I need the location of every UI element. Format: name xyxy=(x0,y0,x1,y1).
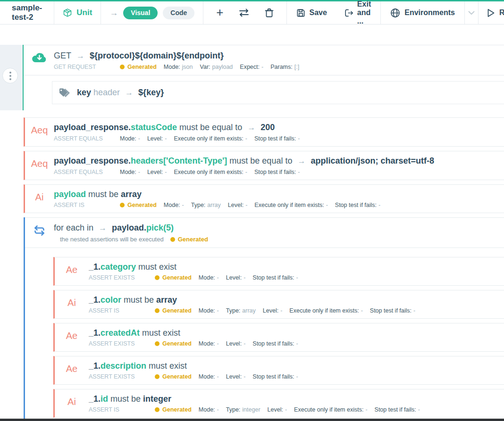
component-rail xyxy=(0,45,24,110)
component-kind-label: ASSERT EXISTS xyxy=(89,373,148,380)
request-title: GET→${protocol}${domain}${endpoint} xyxy=(54,50,504,62)
generated-dot-icon xyxy=(155,275,160,280)
generated-dot-icon xyxy=(120,65,125,69)
assertion-title: payload must be array xyxy=(54,188,504,200)
assertion-meta-row: ASSERT EXISTS Generated Mode:-Level:-Sto… xyxy=(89,340,504,347)
window-bottom-edge xyxy=(0,419,504,421)
environments-label: Environments xyxy=(404,8,455,17)
test-name: sample-test-2 xyxy=(0,1,54,24)
component-kind-label: ASSERT EXISTS xyxy=(89,340,148,347)
delete-button[interactable] xyxy=(265,8,274,18)
for-each-title: for each in→payload.pick(5) xyxy=(54,222,504,234)
save-button[interactable]: Save xyxy=(296,8,327,17)
assertion-meta-row: ASSERT IS Generated Mode:-Type:arrayLeve… xyxy=(89,307,504,314)
code-tab[interactable]: Code xyxy=(163,7,194,19)
environments-expand-button[interactable] xyxy=(465,1,479,24)
for-each-subtitle-row: the nested assertions will be executed G… xyxy=(60,236,504,243)
assertion-title: _1.id must be integer xyxy=(89,393,504,405)
request-meta-row: GET REQUEST Generated Mode:jsonVar:paylo… xyxy=(54,64,504,70)
nested-assertions: Ae _1.category must exist ASSERT EXISTS … xyxy=(53,257,504,421)
assertion-meta: Mode:-Type:arrayLevel:-Execute only if i… xyxy=(199,307,415,314)
environments-button[interactable]: Environments xyxy=(381,1,465,24)
tag-icon xyxy=(52,88,77,98)
generated-badge: Generated xyxy=(155,373,192,380)
assertion-block[interactable]: Ae _1.category must exist ASSERT EXISTS … xyxy=(53,257,504,286)
assert-exists-badge: Ae xyxy=(55,261,89,281)
assert-is-badge: Ai xyxy=(55,294,89,314)
visual-tab[interactable]: Visual xyxy=(123,7,158,19)
component-kind-label: ASSERT IS xyxy=(54,202,113,208)
assertion-block[interactable]: Ai _1.id must be integer ASSERT IS Gener… xyxy=(53,389,504,418)
assert-exists-badge: Ae xyxy=(55,360,89,380)
for-each-row[interactable]: for each in→payload.pick(5) the nested a… xyxy=(25,217,504,248)
cloud-download-icon xyxy=(24,50,54,70)
add-component-button[interactable]: + xyxy=(216,6,223,18)
toolbar: sample-test-2 Unit → Visual Code + xyxy=(0,0,504,25)
get-request-row[interactable]: GET→${protocol}${domain}${endpoint} GET … xyxy=(24,50,504,75)
assertion-block[interactable]: Aeq payload_response.headers['Content-Ty… xyxy=(24,151,504,180)
generated-badge: Generated xyxy=(155,274,192,281)
component-kind-label: ASSERT EQUALS xyxy=(54,169,113,175)
get-request-card: GET→${protocol}${domain}${endpoint} GET … xyxy=(24,45,504,110)
more-actions-button[interactable] xyxy=(2,68,18,83)
request-group: GET→${protocol}${domain}${endpoint} GET … xyxy=(0,45,504,110)
generated-dot-icon xyxy=(170,237,175,242)
assertion-meta: Mode:-Level:-Stop test if fails:- xyxy=(199,340,298,347)
assertion-meta-row: ASSERT EQUALS Mode:-Level:-Execute only … xyxy=(54,135,504,142)
assertion-title: payload_response.statusCode must be equa… xyxy=(54,121,504,134)
assertion-meta: Mode:-Level:-Execute only if item exists… xyxy=(120,169,300,175)
assertion-title: _1.color must be array xyxy=(89,294,504,306)
component-actions: + xyxy=(203,1,287,24)
assertion-block[interactable]: Aeq payload_response.statusCode must be … xyxy=(24,117,504,147)
component-kind-label: ASSERT IS xyxy=(89,307,148,314)
component-kind-label: GET REQUEST xyxy=(54,64,113,70)
test-canvas: GET→${protocol}${domain}${endpoint} GET … xyxy=(0,45,504,421)
assert-equals-badge: Aeq xyxy=(25,155,54,175)
generated-badge: Generated xyxy=(120,64,157,70)
assertion-meta-row: ASSERT EQUALS Mode:-Level:-Execute only … xyxy=(54,169,504,175)
assertion-title: _1.description must exist xyxy=(89,360,504,372)
assertion-meta: Mode:-Level:-Stop test if fails:- xyxy=(199,274,298,281)
for-each-group: for each in→payload.pick(5) the nested a… xyxy=(24,217,504,421)
header-title: key header→${key} xyxy=(77,86,164,99)
save-label: Save xyxy=(309,8,327,17)
component-kind-label: ASSERT EQUALS xyxy=(54,135,113,142)
assertion-title: _1.category must exist xyxy=(89,261,504,273)
exit-label: Exit and ... xyxy=(357,0,371,25)
assert-equals-badge: Aeq xyxy=(25,121,54,142)
generated-badge: Generated xyxy=(170,236,208,243)
assertion-block[interactable]: Ai payload must be array ASSERT IS Gener… xyxy=(24,184,504,213)
file-actions: Save Exit and ... xyxy=(287,1,381,24)
assertion-title: _1.createdAt must exist xyxy=(89,327,504,339)
kebab-dot xyxy=(9,72,11,74)
kebab-dot xyxy=(9,78,11,80)
component-kind-label: ASSERT IS xyxy=(89,406,148,413)
assert-is-badge: Ai xyxy=(55,393,89,413)
kebab-dot xyxy=(9,75,11,77)
assertion-block[interactable]: Ai _1.color must be array ASSERT IS Gene… xyxy=(53,290,504,319)
component-kind-label: ASSERT EXISTS xyxy=(89,274,148,281)
exit-button[interactable]: Exit and ... xyxy=(344,0,371,25)
assertion-meta-row: ASSERT IS Generated Mode:-Type:arrayLeve… xyxy=(54,202,504,208)
reorder-components-button[interactable] xyxy=(238,8,250,17)
editor-mode-toggle: → Visual Code xyxy=(101,1,203,24)
assert-exists-badge: Ae xyxy=(55,327,89,347)
generated-badge: Generated xyxy=(155,340,192,347)
unit-button[interactable]: Unit xyxy=(54,1,101,24)
run-button[interactable]: Run xyxy=(479,1,504,24)
play-icon xyxy=(487,8,495,17)
assertion-block[interactable]: Ae _1.description must exist ASSERT EXIS… xyxy=(53,356,504,385)
chevron-down-icon xyxy=(468,11,475,15)
assertion-title: payload_response.headers['Content-Type']… xyxy=(54,155,504,167)
unit-label: Unit xyxy=(76,8,92,17)
assertion-block[interactable]: Ae _1.createdAt must exist ASSERT EXISTS… xyxy=(53,323,504,352)
mode-arrow-icon: → xyxy=(109,8,118,18)
save-icon xyxy=(296,8,305,17)
assertion-meta: Mode:-Type:integerLevel:-Execute only if… xyxy=(199,406,420,413)
assert-is-badge: Ai xyxy=(25,188,54,208)
loop-icon xyxy=(25,222,54,243)
request-header-row[interactable]: key header→${key} xyxy=(52,81,504,104)
assertion-meta: Mode:-Level:-Execute only if item exists… xyxy=(120,135,300,142)
unit-cube-icon xyxy=(63,8,72,17)
assertion-meta-row: ASSERT EXISTS Generated Mode:-Level:-Sto… xyxy=(89,274,504,281)
